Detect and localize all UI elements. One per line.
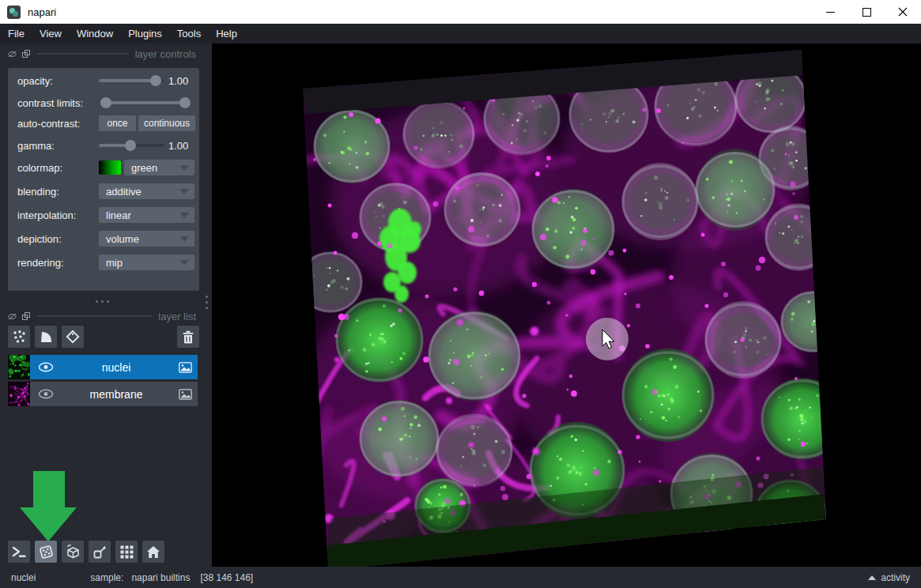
menu-window[interactable]: Window [72,25,118,42]
console-button[interactable] [8,541,30,563]
status-coordinates: [38 146 146] [200,572,253,583]
interpolation-row: interpolation: linear [17,206,194,224]
contrast-limits-label: contrast limits: [17,97,83,109]
layer-controls-header: layer controls [0,46,212,62]
interpolation-label: interpolation: [17,209,76,221]
blending-row: blending: additive [17,183,194,200]
interpolation-dropdown[interactable]: linear [99,207,194,223]
image-layer-icon [179,362,192,373]
layer-name: membrane [54,388,179,401]
interpolation-value: linear [106,209,131,221]
maximize-icon [862,8,871,17]
contrast-limits-row: contrast limits: [17,94,194,111]
close-button[interactable] [885,0,921,24]
vertical-splitter-handle[interactable] [206,296,208,309]
blending-dropdown[interactable]: additive [99,183,194,199]
layer-name: nuclei [54,361,179,374]
transpose-icon [92,545,108,560]
grid-icon [120,545,134,559]
new-shapes-layer-button[interactable] [35,326,57,348]
visibility-eye-button[interactable] [38,389,54,399]
viewer-canvas[interactable] [212,43,921,567]
chevron-down-icon [179,260,189,266]
delete-layer-button[interactable] [177,326,199,348]
auto-contrast-row: auto-contrast: once continuous [17,115,194,132]
napari-window: napari File View Window Plugins Tools He… [0,0,921,588]
layer-row-nuclei[interactable]: nuclei [8,355,198,379]
dice-3d-icon [39,545,54,560]
home-reset-view-button[interactable] [142,541,164,563]
menubar: File View Window Plugins Tools Help [0,24,921,43]
colormap-row: colormap: green [17,159,194,176]
menu-plugins[interactable]: Plugins [123,25,167,42]
chevron-down-icon [179,236,189,242]
contrast-high-knob[interactable] [179,97,191,108]
menu-help[interactable]: Help [211,25,242,42]
transpose-dimensions-button[interactable] [89,541,111,563]
blending-value: additive [106,186,142,198]
maximize-button[interactable] [848,0,885,24]
chevron-down-icon [179,165,189,171]
colormap-value: green [131,162,157,174]
console-icon [12,545,26,558]
dock-header-line [37,315,152,317]
hide-dock-icon[interactable] [8,51,17,58]
triangle-up-icon [868,575,876,580]
points-icon [12,330,26,344]
roll-dimensions-button[interactable] [62,541,84,563]
gamma-row: gamma: 1.00 [17,137,194,154]
colormap-label: colormap: [17,162,62,174]
chevron-down-icon [179,189,189,194]
labels-tag-icon [66,330,80,344]
activity-button[interactable]: activity [868,572,910,583]
opacity-slider[interactable] [99,72,164,89]
menu-file[interactable]: File [3,25,29,42]
chevron-down-icon [179,213,189,218]
contrast-low-knob[interactable] [100,97,111,108]
gamma-slider-knob[interactable] [125,140,136,151]
depiction-label: depiction: [17,233,62,245]
shapes-icon [40,330,53,344]
rendering-dropdown[interactable]: mip [99,254,194,270]
depiction-value: volume [106,233,139,245]
menu-view[interactable]: View [35,25,66,42]
auto-contrast-continuous-button[interactable]: continuous [138,115,195,131]
activity-label: activity [881,572,910,583]
hide-dock-icon[interactable] [8,313,17,320]
trash-icon [182,330,194,344]
contrast-limits-slider[interactable] [100,94,191,111]
home-icon [146,545,160,559]
colormap-dropdown[interactable]: green [124,160,194,175]
auto-contrast-label: auto-contrast: [17,118,81,130]
float-dock-icon[interactable] [22,50,30,58]
menu-tools[interactable]: Tools [172,25,206,42]
membrane-thumbnail [8,382,30,406]
titlebar: napari [0,0,921,24]
depiction-dropdown[interactable]: volume [99,231,194,247]
new-labels-layer-button[interactable] [62,326,84,348]
layer-row-membrane[interactable]: membrane [8,382,198,406]
gamma-slider[interactable] [99,137,164,154]
ndisplay-toggle-button[interactable] [35,541,57,563]
opacity-slider-knob[interactable] [150,75,161,86]
new-points-layer-button[interactable] [8,326,30,348]
grid-view-button[interactable] [115,541,138,563]
rendering-label: rendering: [17,257,64,269]
status-sample-value: napari builtins [131,572,190,583]
rendering-row: rendering: mip [17,254,194,271]
layer-list-header: layer list [0,308,212,324]
green-arrow-annotation [16,468,81,544]
colormap-gradient-swatch [99,160,121,175]
float-dock-icon[interactable] [22,312,30,320]
horizontal-splitter-handle[interactable] [96,300,109,303]
image-layer-icon [179,389,192,400]
visibility-eye-button[interactable] [38,362,54,372]
depiction-row: depiction: volume [17,230,194,247]
opacity-label: opacity: [17,75,53,87]
status-active-layer: nuclei [11,572,36,583]
window-title: napari [28,6,56,18]
minimize-button[interactable] [812,0,848,24]
layer-list-title: layer list [158,311,196,322]
dock-header-line [37,53,129,55]
auto-contrast-once-button[interactable]: once [99,115,136,131]
